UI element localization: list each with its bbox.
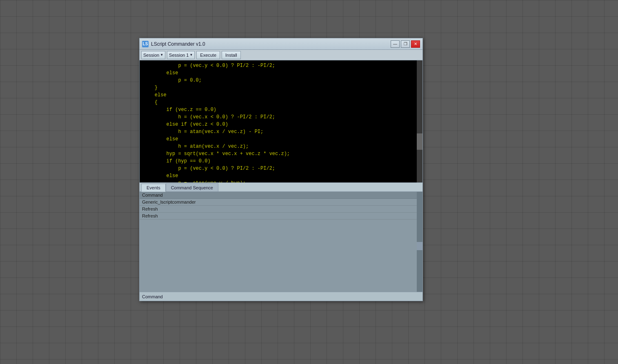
app-icon: LS — [142, 41, 149, 47]
events-scroll-thumb[interactable] — [417, 242, 422, 250]
events-panel: Command Generic_lscriptcommander Refresh… — [140, 192, 422, 292]
tab-events-label: Events — [147, 185, 160, 190]
session-label: Session — [143, 53, 159, 58]
session1-dropdown[interactable]: Session 1 ▼ — [167, 51, 195, 59]
toolbar: Session ▼ Session 1 ▼ Execute Install — [140, 50, 422, 60]
install-label: Install — [225, 53, 237, 58]
session1-label: Session 1 — [169, 53, 189, 58]
code-scroll-thumb[interactable] — [417, 133, 422, 150]
execute-label: Execute — [200, 53, 216, 58]
session-arrow-icon: ▼ — [160, 53, 163, 57]
window-title: LScript Commander v1.0 — [151, 41, 205, 47]
app-icon-text: LS — [143, 42, 148, 46]
tab-events[interactable]: Events — [141, 184, 166, 192]
main-window: LS LScript Commander v1.0 — ❐ ✕ Session … — [139, 38, 423, 301]
main-content: p = (vec.y < 0.0) ? PI/2 : -PI/2; else p… — [140, 60, 422, 301]
close-button[interactable]: ✕ — [411, 40, 420, 48]
session1-arrow-icon: ▼ — [189, 53, 193, 57]
tab-command-sequence-label: Command Sequence — [171, 185, 213, 190]
code-vertical-scrollbar[interactable] — [417, 60, 422, 182]
list-item[interactable]: Refresh — [140, 213, 422, 220]
code-content: p = (vec.y < 0.0) ? PI/2 : -PI/2; else p… — [143, 62, 419, 182]
events-vertical-scrollbar[interactable] — [417, 192, 422, 292]
session-dropdown[interactable]: Session ▼ — [141, 51, 165, 59]
events-header: Command — [140, 192, 422, 199]
minimize-button[interactable]: — — [391, 40, 400, 48]
title-buttons: — ❐ ✕ — [391, 40, 420, 48]
install-button[interactable]: Install — [222, 51, 241, 59]
title-bar: LS LScript Commander v1.0 — ❐ ✕ — [140, 38, 422, 50]
restore-button[interactable]: ❐ — [401, 40, 410, 48]
list-item[interactable]: Generic_lscriptcommander — [140, 199, 422, 206]
title-bar-left: LS LScript Commander v1.0 — [142, 41, 205, 47]
list-item[interactable]: Refresh — [140, 206, 422, 213]
tab-command-sequence[interactable]: Command Sequence — [166, 183, 218, 191]
tabs-bar: Events Command Sequence — [140, 183, 422, 192]
command-bar: Command — [140, 292, 422, 301]
code-editor[interactable]: p = (vec.y < 0.0) ? PI/2 : -PI/2; else p… — [140, 60, 422, 182]
execute-button[interactable]: Execute — [196, 51, 220, 59]
command-bar-label: Command — [142, 294, 163, 299]
bottom-panel: Events Command Sequence Command Generic_… — [140, 182, 422, 301]
